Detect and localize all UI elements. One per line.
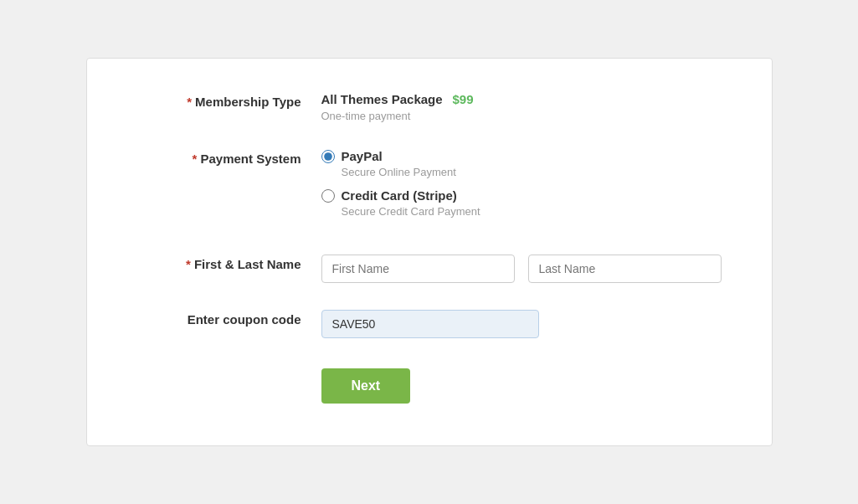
paypal-label[interactable]: PayPal [321, 149, 722, 163]
membership-row: *Membership Type All Themes Package $99 … [137, 92, 722, 122]
paypal-option: PayPal Secure Online Payment [321, 149, 722, 178]
membership-value: All Themes Package $99 One-time payment [321, 92, 722, 122]
paypal-radio[interactable] [321, 150, 335, 163]
payment-row: *Payment System PayPal Secure Online Pay… [137, 149, 722, 228]
payment-options: PayPal Secure Online Payment Credit Card… [321, 149, 722, 228]
required-star-payment: * [193, 152, 198, 166]
stripe-radio[interactable] [321, 189, 335, 203]
form-card: *Membership Type All Themes Package $99 … [86, 58, 773, 446]
next-col: Next [321, 365, 722, 404]
membership-label: *Membership Type [137, 92, 321, 109]
stripe-label[interactable]: Credit Card (Stripe) [321, 188, 722, 203]
name-row: *First & Last Name [137, 255, 722, 283]
coupon-label: Enter coupon code [137, 310, 321, 327]
name-label: *First & Last Name [137, 255, 321, 271]
name-inputs [321, 255, 722, 283]
payment-label: *Payment System [137, 149, 321, 166]
payment-type: One-time payment [321, 110, 722, 122]
next-spacer [137, 365, 321, 368]
required-star-name: * [186, 257, 191, 271]
coupon-row: Enter coupon code [137, 310, 722, 338]
package-name: All Themes Package [321, 92, 443, 106]
coupon-input[interactable] [321, 310, 539, 338]
stripe-option: Credit Card (Stripe) Secure Credit Card … [321, 188, 722, 218]
paypal-sub: Secure Online Payment [342, 166, 722, 178]
stripe-sub: Secure Credit Card Payment [342, 205, 722, 218]
package-price: $99 [452, 92, 473, 106]
coupon-value [321, 310, 722, 338]
last-name-input[interactable] [528, 255, 722, 283]
required-star-membership: * [187, 95, 192, 109]
stripe-label-text: Credit Card (Stripe) [342, 188, 457, 203]
paypal-label-text: PayPal [342, 149, 383, 163]
next-row: Next [137, 365, 722, 404]
first-name-input[interactable] [321, 255, 515, 283]
next-button[interactable]: Next [321, 368, 411, 404]
